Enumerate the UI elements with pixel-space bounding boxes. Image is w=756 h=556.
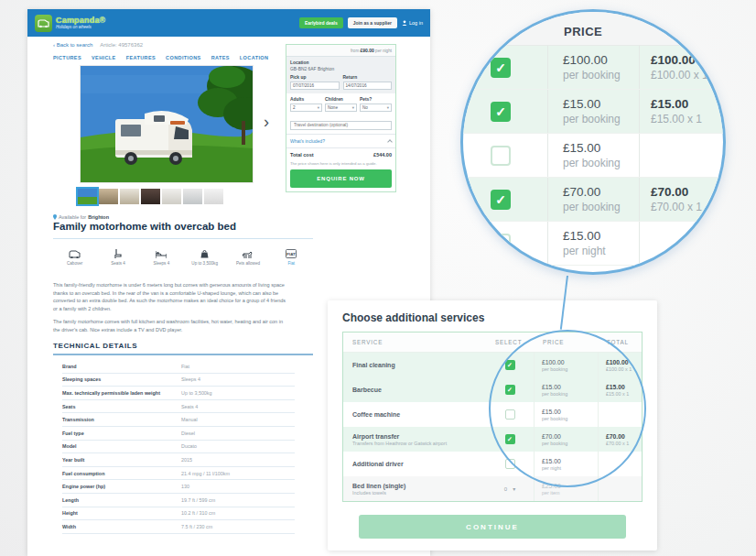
table-row: ModelDucato [62,441,295,454]
magnifier-source-ring [489,330,646,487]
adults-select[interactable]: 2▾ [290,104,322,112]
magnified-row-coffee-machine: £15.00per booking [463,134,723,178]
tab-vehicle[interactable]: VEHICLE [92,55,116,60]
logo-wordmark: Campanda® [56,16,105,25]
thumbnail[interactable] [162,189,181,204]
table-row: Year built2015 [62,453,295,467]
feature-pets: Pets allowed [226,245,269,266]
table-row: Width7.5 ft / 230 cm [62,520,295,534]
technical-details-heading: TECHNICAL DETAILS [53,342,137,350]
earlybird-deals-button[interactable]: Earlybird deals [299,17,343,28]
breadcrumb: ‹ Back to search Article: 49576362 [53,42,143,48]
bed-icon [140,245,183,258]
description-paragraph: The family motorhome comes with full kit… [53,318,287,333]
svg-text:FIAT: FIAT [287,252,297,256]
pickup-label: Pick up [290,75,340,80]
from-price: £90.00 [361,48,374,53]
magnified-row-additional-driver: £15.00per night [463,222,723,266]
pets-label: Pets? [360,97,392,102]
table-row: Height10.2 ft / 310 cm [62,507,295,521]
login-button[interactable]: Log in [402,20,423,26]
seat-icon [96,245,139,258]
magnified-row-airport-transfer: ✓ £70.00per booking £70.00£70.00 x 1 [463,178,723,222]
children-label: Children [325,97,357,102]
feature-seats: Seats 4 [96,245,139,266]
total-cost-value: £544.00 [373,152,392,158]
table-row: Sleeping spacesSleeps 4 [62,374,295,387]
tab-features[interactable]: FEATURES [126,55,156,60]
whats-included-row[interactable]: What's included? [286,134,395,147]
caret-down-icon: ▾ [318,104,319,111]
checkbox-unchecked[interactable] [491,234,511,254]
feature-cabover: Cabover [53,245,96,266]
campanda-logo-icon[interactable] [35,15,52,32]
magnifier-circle: PRICE ✓ £100.00per booking £100.00£100.0… [460,9,726,275]
tab-pictures[interactable]: PICTURES [53,55,81,60]
enquire-now-button[interactable]: ENQUIRE NOW [290,169,392,188]
tab-location[interactable]: LOCATION [240,55,269,60]
caret-down-icon: ▾ [513,485,515,492]
listing-tabs: PICTURES VEHICLE FEATURES CONDITIONS RAT… [53,55,268,60]
photo-thumbnails [78,189,223,204]
tab-conditions[interactable]: CONDITIONS [166,55,201,60]
pets-select[interactable]: No▾ [360,104,392,112]
caret-down-icon: ▾ [352,104,354,111]
technical-underline [53,354,313,355]
return-date-field[interactable]: 14/07/2016 [343,82,393,90]
main-photo[interactable] [80,65,254,183]
thumbnail[interactable] [99,189,118,204]
thumbnail[interactable] [120,189,139,204]
feature-brand: FIAT Fiat [270,245,313,266]
thumbnail[interactable] [78,189,97,204]
feature-weight: Up to 3,500kg [183,245,226,266]
checkbox-checked[interactable]: ✓ [491,58,511,78]
fiat-logo-icon: FIAT [270,245,313,258]
back-to-search-link[interactable]: ‹ Back to search [53,42,92,48]
price-from-strip: from £90.00 per night [286,45,395,57]
table-row: TransmissionManual [62,413,295,427]
join-supplier-button[interactable]: Join as a supplier [348,17,397,28]
thumbnail[interactable] [204,189,223,204]
table-row: Fuel typeDiesel [62,427,295,441]
pickup-date-field[interactable]: 07/07/2016 [290,82,340,90]
features-row: Cabover Seats 4 Sleeps 4 Up to 3,500kg P… [53,245,313,266]
quantity-select[interactable]: 0▾ [504,485,515,492]
chevron-up-icon [387,139,393,145]
return-label: Return [343,75,393,80]
weight-icon [183,245,226,258]
availability-line: Available forBrighton [53,214,109,220]
table-row: Fuel consumption21.4 mpg / 11 l/100km [62,467,295,481]
site-header: Campanda® Holidays on wheels Earlybird d… [27,9,430,37]
total-cost-label: Total cost [290,152,314,158]
col-service: SERVICE [343,339,486,345]
caret-down-icon: ▾ [387,104,389,111]
booking-widget: from £90.00 per night Location GB-BN2 6A… [286,44,396,192]
thumbnail[interactable] [183,189,202,204]
services-heading: Choose additional services [342,311,484,324]
continue-button[interactable]: CONTINUE [359,515,626,539]
cabover-icon [53,245,96,258]
checkbox-checked[interactable]: ✓ [491,190,511,210]
children-select[interactable]: None▾ [325,104,357,112]
feature-sleeps: Sleeps 4 [140,245,183,266]
availability-location: Brighton [88,214,109,220]
thumbnail[interactable] [141,189,160,204]
next-photo-arrow[interactable]: › [264,113,269,132]
whats-included-link[interactable]: What's included? [290,138,325,144]
magnified-price-header: PRICE [463,12,723,46]
price-disclaimer: The price shown here is only intended as… [286,161,395,166]
tab-rates[interactable]: RATES [211,55,230,60]
magnified-row-barbecue: ✓ £15.00per booking £15.00£15.00 x 1 [463,90,723,134]
checkbox-unchecked[interactable] [491,146,511,166]
destination-input[interactable] [290,121,392,130]
logo-text[interactable]: Campanda® Holidays on wheels [56,16,105,30]
checkbox-checked[interactable]: ✓ [491,102,511,122]
logo-tagline: Holidays on wheels [56,26,105,30]
location-value: GB-BN2 6AF Brighton [290,67,392,71]
location-pin-icon [53,214,57,220]
article-number: Article: 49576362 [100,42,143,48]
listing-title: Family motorhome with overcab bed [53,221,236,232]
divider [53,238,313,239]
table-row: Length19.7 ft / 599 cm [62,494,295,507]
table-row: Engine power (hp)130 [62,480,295,494]
